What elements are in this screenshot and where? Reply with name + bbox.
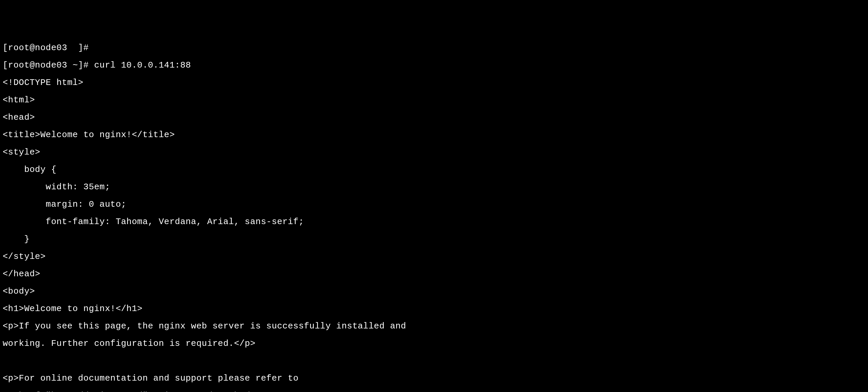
terminal-line: working. Further configuration is requir… bbox=[3, 339, 865, 348]
terminal-line: <head> bbox=[3, 113, 865, 122]
terminal-line: <h1>Welcome to nginx!</h1> bbox=[3, 304, 865, 313]
terminal-line: <title>Welcome to nginx!</title> bbox=[3, 131, 865, 139]
terminal-line: <p>For online documentation and support … bbox=[3, 374, 865, 383]
terminal-line: <style> bbox=[3, 148, 865, 157]
terminal-line: [root@node03 ~]# curl 10.0.0.141:88 bbox=[3, 61, 865, 69]
terminal-line: </head> bbox=[3, 270, 865, 278]
terminal-line: width: 35em; bbox=[3, 183, 865, 191]
terminal-line bbox=[3, 357, 865, 365]
terminal-line: } bbox=[3, 235, 865, 244]
terminal-line: [root@node03 ]# bbox=[3, 44, 865, 52]
terminal-line: <body> bbox=[3, 287, 865, 296]
terminal-line: margin: 0 auto; bbox=[3, 200, 865, 209]
terminal-line: </style> bbox=[3, 252, 865, 261]
terminal-line: body { bbox=[3, 165, 865, 174]
terminal-line: font-family: Tahoma, Verdana, Arial, san… bbox=[3, 217, 865, 226]
terminal-line: <p>If you see this page, the nginx web s… bbox=[3, 322, 865, 331]
terminal-line: <html> bbox=[3, 96, 865, 104]
terminal-line: <!DOCTYPE html> bbox=[3, 78, 865, 87]
terminal-window[interactable]: [root@node03 ]# [root@node03 ~]# curl 10… bbox=[0, 35, 868, 392]
